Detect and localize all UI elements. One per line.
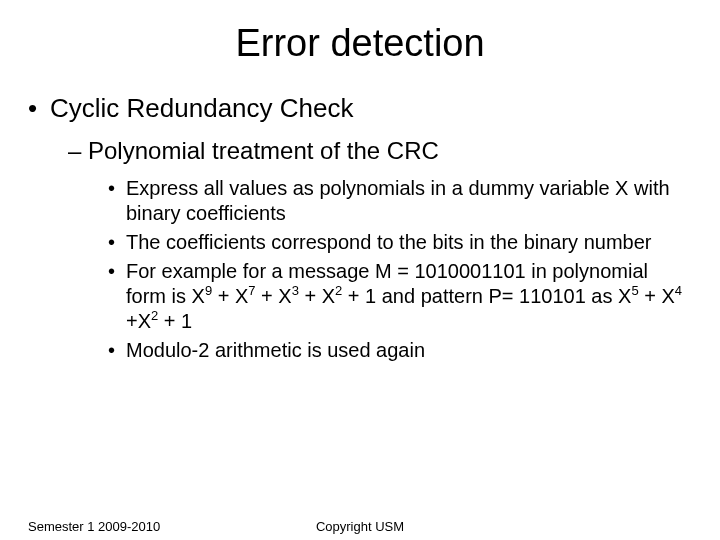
text-run: + X xyxy=(299,285,335,307)
lvl1-text: Cyclic Redundancy Check xyxy=(50,93,353,123)
bullet-level-1: •Cyclic Redundancy Check xyxy=(28,93,690,124)
exponent: 3 xyxy=(292,284,299,299)
exponent: 4 xyxy=(675,284,682,299)
lvl3-text: The coefficients correspond to the bits … xyxy=(126,230,690,255)
text-run: + 1 xyxy=(158,310,192,332)
text-run: + X xyxy=(212,285,248,307)
slide: Error detection •Cyclic Redundancy Check… xyxy=(0,22,720,540)
footer-center: Copyright USM xyxy=(28,519,692,534)
list-item: • Modulo-2 arithmetic is used again xyxy=(108,338,690,363)
list-item: • For example for a message M = 10100011… xyxy=(108,259,690,334)
slide-title: Error detection xyxy=(0,22,720,65)
lvl2-dash: – xyxy=(68,137,88,164)
lvl2-text: Polynomial treatment of the CRC xyxy=(88,137,439,164)
text-run: +X xyxy=(126,310,151,332)
bullet-dot-icon: • xyxy=(108,176,126,201)
exponent: 5 xyxy=(631,284,638,299)
bullet-dot-icon: • xyxy=(108,230,126,255)
list-item: • Express all values as polynomials in a… xyxy=(108,176,690,226)
bullet-dot-icon: • xyxy=(108,259,126,284)
list-item: • The coefficients correspond to the bit… xyxy=(108,230,690,255)
text-run: + X xyxy=(256,285,292,307)
lvl3-text: Express all values as polynomials in a d… xyxy=(126,176,690,226)
bullet-dot-icon: • xyxy=(108,338,126,363)
slide-footer: Copyright USM Semester 1 2009-2010 xyxy=(28,519,692,534)
text-run: + X xyxy=(639,285,675,307)
exponent: 7 xyxy=(248,284,255,299)
lvl3-text-polynomial: For example for a message M = 1010001101… xyxy=(126,259,690,334)
bullet-dot-icon: • xyxy=(28,93,50,124)
slide-content: •Cyclic Redundancy Check – Polynomial tr… xyxy=(0,93,720,363)
lvl3-text: Modulo-2 arithmetic is used again xyxy=(126,338,690,363)
bullet-level-3-group: • Express all values as polynomials in a… xyxy=(108,176,690,363)
text-run: + 1 and pattern P= 110101 as X xyxy=(342,285,631,307)
bullet-level-2: – Polynomial treatment of the CRC xyxy=(68,136,690,166)
